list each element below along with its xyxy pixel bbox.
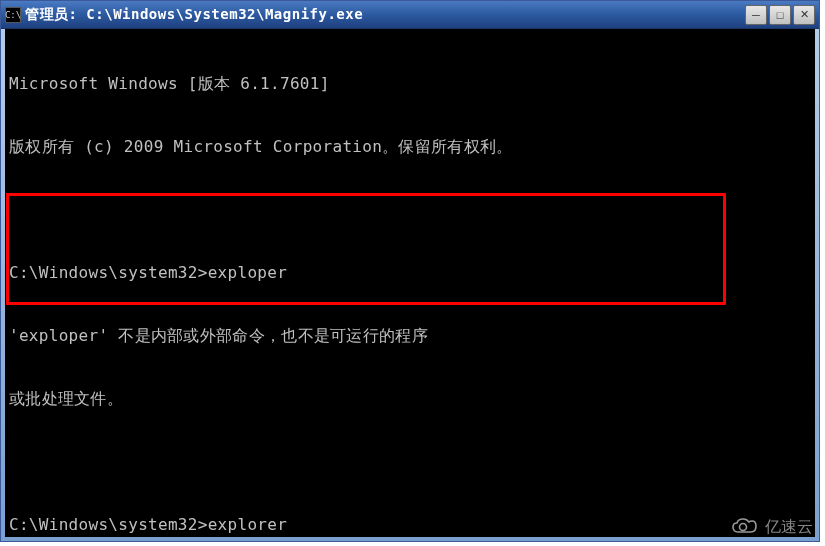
console-line: C:\Windows\system32>explorer <box>9 514 811 535</box>
cmd-icon: C:\ <box>5 7 21 23</box>
console-line: 'exploper' 不是内部或外部命令，也不是可运行的程序 <box>9 325 811 346</box>
svg-point-0 <box>740 524 747 531</box>
console-output[interactable]: Microsoft Windows [版本 6.1.7601] 版权所有 (c)… <box>5 29 815 537</box>
close-button[interactable]: ✕ <box>793 5 815 25</box>
cloud-icon <box>729 516 759 538</box>
console-line <box>9 451 811 472</box>
console-line: C:\Windows\system32>exploper <box>9 262 811 283</box>
titlebar-left: C:\ 管理员: C:\Windows\System32\Magnify.exe <box>5 6 363 24</box>
cmd-window: C:\ 管理员: C:\Windows\System32\Magnify.exe… <box>0 0 820 542</box>
window-title: 管理员: C:\Windows\System32\Magnify.exe <box>25 6 363 24</box>
console-line: 版权所有 (c) 2009 Microsoft Corporation。保留所有… <box>9 136 811 157</box>
watermark-text: 亿速云 <box>765 517 813 538</box>
watermark: 亿速云 <box>729 516 813 538</box>
window-controls: ─ □ ✕ <box>745 5 815 25</box>
minimize-button[interactable]: ─ <box>745 5 767 25</box>
titlebar[interactable]: C:\ 管理员: C:\Windows\System32\Magnify.exe… <box>1 1 819 29</box>
console-line <box>9 199 811 220</box>
console-line: 或批处理文件。 <box>9 388 811 409</box>
console-line: Microsoft Windows [版本 6.1.7601] <box>9 73 811 94</box>
maximize-button[interactable]: □ <box>769 5 791 25</box>
